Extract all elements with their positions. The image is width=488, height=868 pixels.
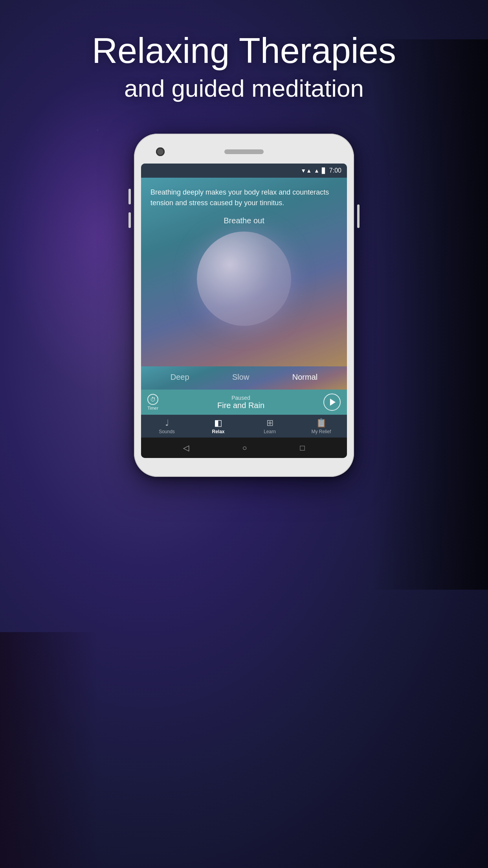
page-content: Relaxing Therapies and guided meditation… xyxy=(0,0,488,868)
wifi-icon: ▼▲ xyxy=(301,167,312,174)
play-icon xyxy=(330,399,336,406)
play-button[interactable] xyxy=(323,394,341,411)
timer-icon[interactable]: ⏱ xyxy=(147,394,158,405)
phone-camera xyxy=(156,147,165,156)
phone-volume-down-button xyxy=(128,212,131,228)
headline-section: Relaxing Therapies and guided meditation xyxy=(92,31,396,102)
mode-slow[interactable]: Slow xyxy=(232,373,249,382)
nav-relax[interactable]: ◧ Relax xyxy=(205,419,232,434)
status-time: 7:00 xyxy=(329,167,341,174)
signal-icon: ▲ xyxy=(314,167,319,174)
breathing-circle[interactable] xyxy=(197,232,291,326)
nav-my-relief[interactable]: 📋 My Relief xyxy=(308,419,335,434)
status-bar: ▼▲ ▲ ▊ 7:00 xyxy=(141,164,347,178)
android-back-button[interactable]: ◁ xyxy=(183,443,189,452)
android-home-button[interactable]: ○ xyxy=(242,443,247,452)
phone-power-button xyxy=(357,204,360,228)
breathing-circle-container xyxy=(150,232,338,326)
phone-volume-up-button xyxy=(128,189,131,204)
bottom-navigation: ♩ Sounds ◧ Relax ⊞ Learn 📋 My Relief xyxy=(141,415,347,438)
app-main-content: Breathing deeply makes your body relax a… xyxy=(141,178,347,366)
battery-icon: ▊ xyxy=(322,167,326,174)
breathe-out-label: Breathe out xyxy=(150,216,338,225)
mode-deep[interactable]: Deep xyxy=(171,373,189,382)
player-track: Fire and Rain xyxy=(162,401,319,410)
android-recents-button[interactable]: □ xyxy=(300,443,305,452)
nav-sounds[interactable]: ♩ Sounds xyxy=(153,419,181,434)
headline-subtitle: and guided meditation xyxy=(92,74,396,102)
phone-bottom xyxy=(141,458,347,466)
mini-player: ⏱ Timer Paused Fire and Rain xyxy=(141,390,347,415)
learn-label: Learn xyxy=(264,429,276,434)
mode-normal[interactable]: Normal xyxy=(292,373,317,382)
relax-icon: ◧ xyxy=(214,419,222,427)
android-navigation-bar: ◁ ○ □ xyxy=(141,438,347,458)
timer-section: ⏱ Timer xyxy=(147,394,158,410)
phone-top-bar xyxy=(141,145,347,159)
sounds-label: Sounds xyxy=(159,429,175,434)
my-relief-icon: 📋 xyxy=(316,419,327,427)
phone-screen: ▼▲ ▲ ▊ 7:00 Breathing deeply makes your … xyxy=(141,164,347,458)
relax-label: Relax xyxy=(212,429,224,434)
phone-shell: ▼▲ ▲ ▊ 7:00 Breathing deeply makes your … xyxy=(134,134,354,477)
status-icons: ▼▲ ▲ ▊ xyxy=(301,167,326,174)
headline-title: Relaxing Therapies xyxy=(92,31,396,70)
breathing-instruction-text: Breathing deeply makes your body relax a… xyxy=(150,187,338,208)
learn-icon: ⊞ xyxy=(266,419,273,427)
player-status: Paused xyxy=(162,395,319,401)
my-relief-label: My Relief xyxy=(311,429,331,434)
timer-label: Timer xyxy=(147,406,158,410)
breathing-modes-bar: Deep Slow Normal xyxy=(141,366,347,390)
sounds-icon: ♩ xyxy=(165,419,169,427)
phone-speaker xyxy=(224,149,264,154)
mini-player-info: Paused Fire and Rain xyxy=(162,395,319,410)
nav-learn[interactable]: ⊞ Learn xyxy=(256,419,284,434)
